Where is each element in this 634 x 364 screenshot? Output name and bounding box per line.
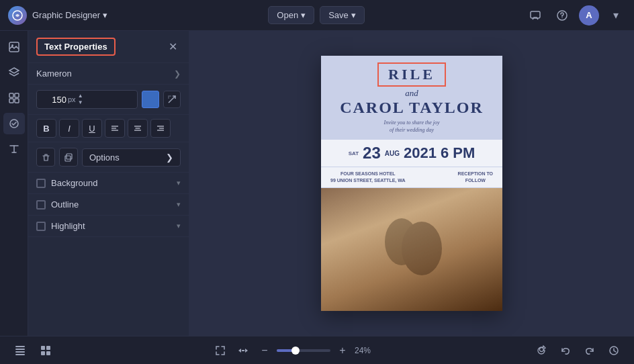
svg-rect-7	[15, 93, 19, 97]
font-name-label: Kameron	[36, 69, 72, 79]
sidebar-item-layers[interactable]	[3, 62, 25, 83]
svg-rect-8	[9, 99, 13, 103]
date-day: 23	[363, 144, 381, 163]
svg-rect-22	[46, 351, 50, 355]
highlight-chevron-icon: ▾	[177, 222, 181, 230]
background-label: Background	[51, 178, 171, 188]
highlight-label: Highlight	[51, 221, 171, 231]
delete-button[interactable]	[36, 148, 55, 167]
outline-accordion[interactable]: Outline ▾	[28, 194, 189, 216]
carol-text: CAROL TAYLOR	[340, 99, 484, 117]
app-title-btn[interactable]: Graphic Designer ▾	[32, 10, 107, 20]
highlight-accordion[interactable]: Highlight ▾	[28, 216, 189, 237]
and-text: and	[405, 88, 418, 99]
open-button[interactable]: Open ▾	[268, 6, 314, 24]
open-chevron-icon: ▾	[301, 10, 306, 20]
fit-page-button[interactable]	[211, 341, 230, 360]
font-size-input[interactable]	[41, 95, 66, 105]
align-left-button[interactable]	[105, 119, 125, 138]
sidebar-item-text[interactable]	[3, 138, 25, 160]
layers-view-button[interactable]	[11, 341, 30, 360]
svg-rect-9	[15, 99, 19, 103]
sidebar-item-shapes[interactable]	[3, 113, 25, 134]
invite-photo	[321, 188, 502, 311]
options-dropdown-button[interactable]: Options ❯	[82, 148, 181, 167]
options-row: Options ❯	[28, 142, 189, 173]
align-right-button[interactable]	[150, 119, 171, 138]
font-size-input-wrap: px ▲ ▼	[36, 90, 138, 109]
date-month: AUG	[385, 150, 400, 157]
italic-button[interactable]: I	[59, 119, 79, 138]
fit-width-button[interactable]	[234, 341, 253, 360]
underline-button[interactable]: U	[82, 119, 102, 138]
brand-logo[interactable]	[8, 6, 27, 25]
outline-label: Outline	[51, 199, 171, 210]
svg-rect-23	[242, 350, 244, 351]
font-size-row: px ▲ ▼	[28, 85, 189, 115]
save-button[interactable]: Save ▾	[320, 6, 365, 24]
zoom-in-button[interactable]: +	[334, 343, 351, 359]
undo-button[interactable]	[556, 341, 575, 360]
align-center-button[interactable]	[128, 119, 148, 138]
svg-rect-19	[41, 346, 45, 350]
properties-panel: Text Properties ✕ Kameron ❯ px ▲ ▼	[28, 31, 189, 336]
svg-rect-16	[15, 351, 25, 353]
avatar-button[interactable]: A	[579, 5, 599, 26]
help-button[interactable]	[552, 5, 572, 26]
zoom-out-button[interactable]: −	[257, 343, 273, 359]
messages-button[interactable]	[525, 5, 545, 26]
app-title-text: Graphic Designer	[32, 10, 100, 20]
location-text: FOUR SEASONS HOTEL99 UNION STREET, SEATT…	[330, 171, 406, 184]
sat-label: SAT	[349, 150, 359, 156]
sidebar-item-components[interactable]	[3, 87, 25, 109]
topbar-left: Graphic Designer ▾	[8, 6, 107, 25]
outline-chevron-icon: ▾	[177, 200, 181, 209]
topbar-center: Open ▾ Save ▾	[268, 6, 364, 24]
topbar: Graphic Designer ▾ Open ▾ Save ▾ A	[0, 0, 634, 31]
app-title-chevron: ▾	[103, 10, 107, 20]
zoom-slider[interactable]	[277, 349, 330, 352]
background-accordion[interactable]: Background ▾	[28, 173, 189, 194]
font-size-arrows: ▲ ▼	[77, 93, 84, 106]
rile-box: RILE	[377, 62, 446, 87]
svg-rect-11	[66, 154, 72, 159]
svg-rect-18	[15, 354, 25, 355]
date-year: 2021	[404, 144, 437, 162]
history-button[interactable]	[604, 341, 623, 360]
grid-view-button[interactable]	[36, 341, 55, 360]
bottombar-right	[532, 341, 623, 360]
invite-card: RILE and CAROL TAYLOR Invite you to shar…	[321, 56, 502, 311]
duplicate-button[interactable]	[59, 148, 78, 167]
highlight-checkbox[interactable]	[36, 222, 46, 231]
resize-text-button[interactable]	[163, 91, 181, 108]
zoom-thumb[interactable]	[291, 347, 300, 355]
invite-date-row: SAT 23 AUG 2021 6 PM	[321, 139, 502, 167]
zoom-percentage: 24%	[355, 346, 376, 355]
font-color-swatch[interactable]	[142, 91, 159, 108]
zoom-control: − + 24%	[211, 341, 376, 360]
outline-checkbox[interactable]	[36, 200, 46, 210]
font-size-up[interactable]: ▲	[77, 93, 84, 99]
rile-text: RILE	[388, 66, 435, 83]
canvas-area[interactable]: RILE and CAROL TAYLOR Invite you to shar…	[189, 31, 634, 336]
font-size-down[interactable]: ▼	[77, 99, 84, 106]
zoom-track	[277, 349, 293, 352]
invite-subtitle: Invite you to share the joyof their wedd…	[383, 119, 439, 134]
account-chevron[interactable]: ▾	[606, 5, 626, 26]
date-time: 6 PM	[441, 144, 475, 162]
close-panel-button[interactable]: ✕	[165, 39, 181, 55]
background-checkbox[interactable]	[36, 179, 46, 188]
topbar-right: A ▾	[525, 5, 626, 26]
options-label: Options	[89, 152, 120, 163]
font-chevron-icon: ❯	[174, 69, 181, 79]
svg-rect-15	[15, 349, 25, 350]
sidebar-item-image[interactable]	[3, 36, 25, 58]
font-selector[interactable]: Kameron ❯	[28, 63, 189, 85]
refresh-button[interactable]	[532, 341, 551, 360]
background-chevron-icon: ▾	[177, 179, 181, 187]
bold-button[interactable]: B	[36, 119, 56, 138]
svg-rect-12	[65, 156, 71, 161]
redo-button[interactable]	[580, 341, 599, 360]
svg-rect-6	[9, 93, 13, 97]
icon-sidebar	[0, 31, 28, 336]
